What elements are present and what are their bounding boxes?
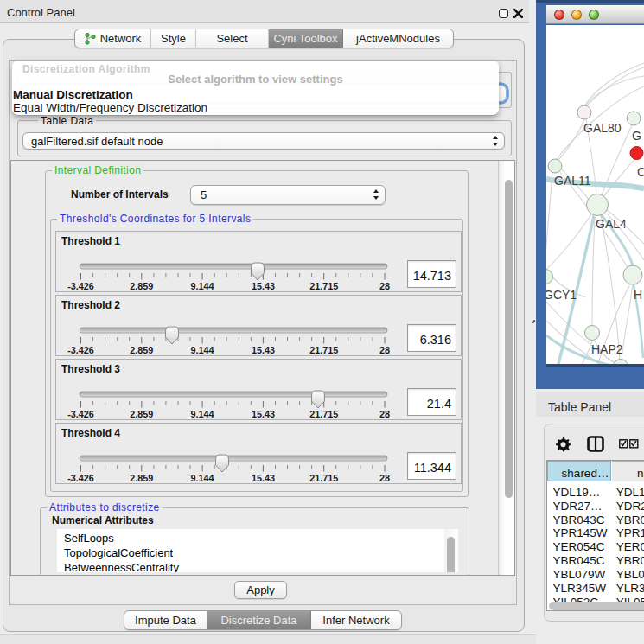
svg-text:H: H [634,288,642,302]
svg-text:2.859: 2.859 [130,409,153,419]
svg-text:9.144: 9.144 [191,345,214,355]
svg-text:9.144: 9.144 [191,281,214,291]
svg-text:HAP2: HAP2 [591,342,623,356]
svg-text:28: 28 [379,281,390,291]
svg-text:15.43: 15.43 [252,473,275,483]
svg-text:-3.426: -3.426 [67,345,94,355]
svg-text:15.43: 15.43 [252,409,275,419]
svg-text:-3.426: -3.426 [67,409,94,419]
svg-text:21.715: 21.715 [309,345,338,355]
svg-text:2.859: 2.859 [130,345,153,355]
svg-text:2.859: 2.859 [130,473,153,483]
svg-text:21.715: 21.715 [309,473,338,483]
svg-text:28: 28 [379,345,390,355]
svg-text:-3.426: -3.426 [67,473,94,483]
svg-text:2.859: 2.859 [130,281,153,291]
svg-text:28: 28 [379,473,390,483]
svg-text:C: C [637,165,644,179]
svg-text:-3.426: -3.426 [67,281,94,291]
svg-text:21.715: 21.715 [309,281,338,291]
svg-text:GAL4: GAL4 [596,217,627,231]
svg-text:G: G [632,129,641,143]
svg-text:GAL11: GAL11 [554,174,591,188]
svg-text:15.43: 15.43 [252,281,275,291]
svg-text:9.144: 9.144 [191,409,214,419]
svg-text:9.144: 9.144 [191,473,214,483]
svg-text:28: 28 [379,409,390,419]
svg-text:15.43: 15.43 [252,345,275,355]
svg-text:GCY1: GCY1 [546,288,577,302]
svg-text:GAL80: GAL80 [583,121,622,135]
svg-text:21.715: 21.715 [309,409,338,419]
